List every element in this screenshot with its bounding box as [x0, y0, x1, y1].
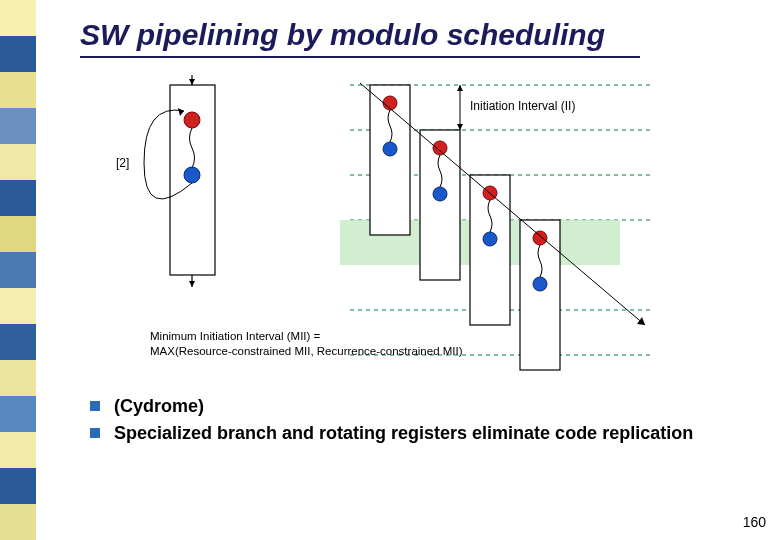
- svg-point-23: [483, 232, 497, 246]
- sidebar-bar: [0, 72, 36, 108]
- sidebar-bar: [0, 252, 36, 288]
- sidebar-bar: [0, 180, 36, 216]
- sidebar-bar: [0, 432, 36, 468]
- svg-marker-6: [189, 281, 195, 287]
- svg-point-19: [433, 141, 447, 155]
- sidebar-bar: [0, 144, 36, 180]
- sidebar-bar: [0, 288, 36, 324]
- bullet-item: (Cydrome): [90, 395, 710, 418]
- bullet-item: Specialized branch and rotating register…: [90, 422, 710, 445]
- svg-marker-31: [457, 124, 463, 130]
- bullet-list: (Cydrome) Specialized branch and rotatin…: [90, 395, 710, 450]
- svg-point-25: [533, 231, 547, 245]
- sidebar-bar: [0, 36, 36, 72]
- bullet-text: Specialized branch and rotating register…: [114, 422, 693, 445]
- sidebar-bar: [0, 360, 36, 396]
- svg-point-26: [533, 277, 547, 291]
- mii-text-2: MAX(Resource-constrained MII, Recurrence…: [150, 345, 463, 357]
- svg-point-4: [184, 167, 200, 183]
- bullet-icon: [90, 428, 100, 438]
- diagram: [2] Initiation Interval (II) Minimum Ini…: [110, 75, 650, 385]
- svg-point-17: [383, 142, 397, 156]
- sidebar-bar: [0, 468, 36, 504]
- svg-point-20: [433, 187, 447, 201]
- svg-marker-28: [637, 317, 645, 325]
- svg-marker-2: [189, 79, 195, 85]
- bullet-icon: [90, 401, 100, 411]
- ii-label: Initiation Interval (II): [470, 99, 575, 113]
- sidebar-bar: [0, 396, 36, 432]
- title-underline: [80, 56, 640, 58]
- sidebar-decoration: [0, 0, 36, 540]
- svg-marker-30: [457, 85, 463, 91]
- sidebar-bar: [0, 0, 36, 36]
- loop-label: [2]: [116, 156, 129, 170]
- sidebar-bar: [0, 324, 36, 360]
- slide-title: SW pipelining by modulo scheduling: [80, 18, 605, 52]
- sidebar-bar: [0, 504, 36, 540]
- mii-text-1: Minimum Initiation Interval (MII) =: [150, 330, 321, 342]
- sidebar-bar: [0, 108, 36, 144]
- bullet-text: (Cydrome): [114, 395, 204, 418]
- page-number: 160: [743, 514, 766, 530]
- svg-point-3: [184, 112, 200, 128]
- sidebar-bar: [0, 216, 36, 252]
